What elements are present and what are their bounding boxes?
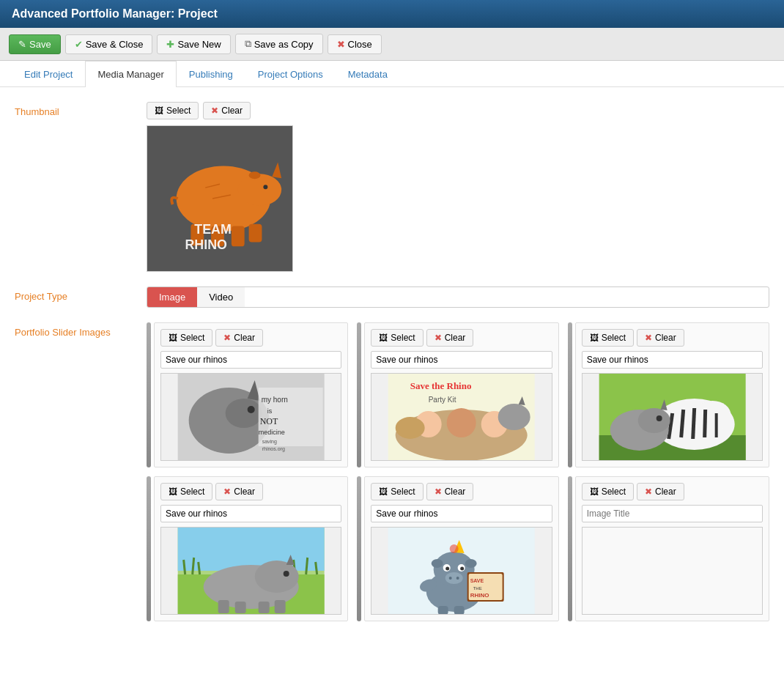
svg-line-57 (316, 562, 317, 574)
thumbnail-label: Thumbnail (15, 102, 147, 117)
project-type-label: Project Type (15, 286, 147, 302)
slider-title-input-3[interactable] (582, 351, 763, 369)
slider-inner-2: 🖼 Select ✖ Clear (364, 322, 558, 467)
portfolio-slider-content: 🖼 Select ✖ Clear (147, 322, 769, 621)
svg-point-78 (456, 577, 459, 580)
save-new-button[interactable]: ✚ Save New (157, 34, 230, 54)
svg-rect-8 (249, 224, 262, 243)
svg-point-18 (248, 406, 255, 413)
save-close-button[interactable]: ✔ Save & Close (65, 34, 153, 54)
slider-select-button-5[interactable]: 🖼 Select (371, 483, 423, 500)
slider-title-input-5[interactable] (371, 505, 552, 522)
svg-line-43 (704, 410, 705, 437)
portfolio-slider-field: Portfolio Slider Images 🖼 Select ✖ (15, 322, 769, 621)
svg-point-88 (450, 544, 459, 553)
slider-item-2: 🖼 Select ✖ Clear (357, 322, 558, 467)
slider-inner-4: 🖼 Select ✖ Clear (154, 476, 348, 621)
slider-clear-button-6[interactable]: ✖ Clear (637, 483, 684, 500)
type-image-button[interactable]: Image (147, 287, 197, 307)
x-icon: ✖ (211, 106, 218, 116)
slider-clear-button-3[interactable]: ✖ Clear (637, 329, 684, 347)
slider-inner-1: 🖼 Select ✖ Clear (154, 322, 348, 467)
svg-rect-87 (454, 606, 465, 615)
slider-item-1: 🖼 Select ✖ Clear (147, 322, 348, 467)
slider-select-button-3[interactable]: 🖼 Select (582, 329, 634, 347)
tab-metadata[interactable]: Metadata (336, 61, 400, 87)
svg-point-70 (432, 559, 443, 568)
x-icon-4: ✖ (223, 487, 231, 497)
slider-title-input-4[interactable] (160, 505, 341, 522)
type-video-button[interactable]: Video (197, 287, 245, 307)
slider-clear-button-5[interactable]: ✖ Clear (426, 483, 474, 500)
slider-inner-5: 🖼 Select ✖ Clear (364, 476, 558, 621)
svg-text:SAVE: SAVE (470, 578, 484, 583)
image-icon: 🖼 (155, 106, 163, 116)
svg-text:saving: saving (262, 439, 277, 445)
tab-publishing[interactable]: Publishing (177, 61, 245, 87)
save-copy-button[interactable]: ⧉ Save as Copy (235, 34, 323, 54)
slider-clear-button-1[interactable]: ✖ Clear (215, 329, 263, 347)
thumbnail-content: 🖼 Select ✖ Clear (147, 102, 769, 272)
svg-point-16 (226, 399, 262, 428)
svg-point-9 (263, 185, 267, 189)
slider-select-button-4[interactable]: 🖼 Select (160, 483, 212, 500)
close-button[interactable]: ✖ Close (328, 34, 382, 54)
svg-point-2 (238, 174, 281, 206)
slider-item-5: 🖼 Select ✖ Clear (357, 476, 558, 621)
svg-line-41 (681, 410, 683, 437)
svg-text:rhinos.org: rhinos.org (262, 446, 285, 452)
svg-point-29 (447, 408, 476, 437)
svg-point-76 (445, 572, 463, 584)
slider-image-4 (160, 527, 341, 615)
tab-project-options[interactable]: Project Options (245, 61, 336, 87)
thumbnail-field: Thumbnail 🖼 Select ✖ Clear (15, 102, 769, 272)
thumbnail-clear-button[interactable]: ✖ Clear (203, 102, 251, 119)
slider-title-input-2[interactable] (371, 351, 552, 369)
slider-btns-4: 🖼 Select ✖ Clear (160, 483, 341, 500)
slider-clear-button-4[interactable]: ✖ Clear (215, 483, 263, 500)
project-type-field: Project Type Image Video (15, 286, 769, 308)
slider-title-input-6[interactable] (582, 505, 763, 522)
svg-rect-60 (218, 600, 229, 613)
slider-select-button-1[interactable]: 🖼 Select (160, 329, 212, 347)
svg-text:Save the Rhino: Save the Rhino (410, 380, 472, 391)
tab-edit-project[interactable]: Edit Project (12, 61, 85, 87)
svg-line-52 (184, 560, 185, 574)
save-icon: ✎ (18, 39, 26, 50)
svg-rect-86 (438, 606, 448, 615)
slider-handle-2 (357, 322, 361, 467)
check-icon: ✔ (75, 39, 83, 50)
svg-point-32 (498, 404, 530, 430)
slider-handle-5 (357, 476, 361, 621)
slider-handle-1 (147, 322, 151, 467)
slider-image-1: my horn is NOT medicine saving rhinos.or… (160, 373, 341, 461)
svg-point-77 (449, 577, 452, 580)
svg-point-48 (656, 415, 662, 421)
slider-clear-button-2[interactable]: ✖ Clear (426, 329, 474, 347)
svg-point-39 (694, 401, 731, 430)
image-icon-2: 🖼 (379, 333, 388, 343)
title-bar: Advanced Portfolio Manager: Project (0, 0, 784, 28)
slider-select-button-6[interactable]: 🖼 Select (582, 483, 634, 500)
x-icon-1: ✖ (223, 333, 231, 343)
svg-line-56 (306, 558, 308, 574)
image-icon-6: 🖼 (590, 487, 599, 497)
svg-point-4 (249, 171, 261, 179)
thumbnail-select-button[interactable]: 🖼 Select (147, 102, 199, 119)
slider-handle-6 (568, 476, 572, 621)
svg-point-74 (445, 567, 449, 571)
slider-image-2: Save the Rhino Party Kit (371, 373, 552, 461)
slider-select-button-2[interactable]: 🖼 Select (371, 329, 423, 347)
svg-point-71 (465, 559, 477, 568)
slider-btns-5: 🖼 Select ✖ Clear (371, 483, 552, 500)
svg-text:medicine: medicine (259, 429, 285, 436)
save-button[interactable]: ✎ Save (9, 34, 61, 54)
slider-title-input-1[interactable] (160, 351, 341, 369)
svg-point-46 (637, 408, 670, 433)
slider-btns-1: 🖼 Select ✖ Clear (160, 329, 341, 347)
tab-media-manager[interactable]: Media Manager (85, 61, 176, 87)
svg-text:THE: THE (473, 586, 482, 591)
image-icon-3: 🖼 (590, 333, 599, 343)
svg-rect-62 (259, 602, 270, 613)
svg-text:RHINO: RHINO (185, 237, 227, 252)
